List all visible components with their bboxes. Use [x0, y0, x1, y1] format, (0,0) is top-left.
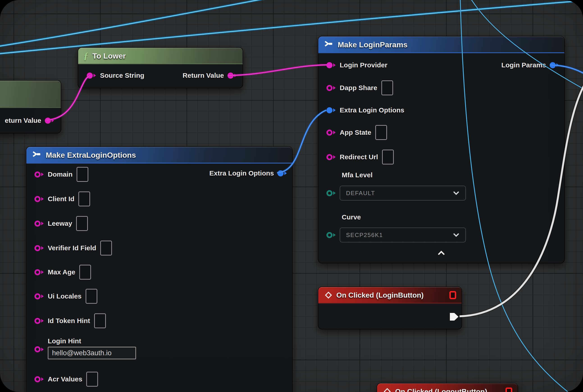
input-pin-mfa-level[interactable] — [326, 190, 336, 196]
input-pin-curve[interactable] — [326, 232, 336, 238]
pin-label-app-state: App State — [340, 129, 371, 136]
input-pin-max-age[interactable] — [34, 269, 44, 275]
login-hint-input[interactable] — [48, 347, 136, 359]
node-title: Make LoginParams — [338, 40, 408, 49]
value-box-redirect-url[interactable] — [382, 150, 394, 164]
value-box-leeway[interactable] — [76, 216, 88, 231]
input-pin-id-token-hint[interactable] — [34, 318, 44, 324]
delegate-pin[interactable] — [450, 291, 456, 299]
value-box-verifier-id-field[interactable] — [100, 240, 112, 256]
input-pin-ui-locales[interactable] — [34, 293, 44, 300]
input-pin-extra-login-options[interactable] — [326, 107, 336, 113]
curve-value: SECP256K1 — [346, 232, 383, 238]
input-pin-leeway[interactable] — [34, 220, 44, 227]
input-pin-client-id[interactable] — [34, 196, 44, 202]
pin-label-acr-values: Acr Values — [48, 375, 82, 383]
exec-output-pin[interactable] — [450, 313, 458, 320]
pin-label-curve: Curve — [342, 213, 361, 221]
chevron-down-icon — [453, 233, 460, 237]
event-diamond-icon — [382, 387, 392, 392]
value-box-app-state[interactable] — [375, 125, 387, 140]
input-pin-app-state[interactable] — [326, 130, 336, 136]
value-box-client-id[interactable] — [78, 192, 90, 206]
pin-label-id-token-hint: Id Token Hint — [48, 317, 90, 325]
node-header: On Clicked (LogoutButton) — [377, 384, 518, 392]
collapse-node-button[interactable] — [437, 250, 446, 257]
node-get-text-partial[interactable]: tion ox (String) eturn Value — [0, 80, 61, 133]
pin-label-domain: Domain — [48, 170, 72, 178]
pin-label-dapp-share: Dapp Share — [340, 84, 377, 92]
chevron-up-icon — [437, 250, 446, 256]
value-box-max-age[interactable] — [79, 265, 91, 280]
pin-label-client-id: Client Id — [48, 195, 74, 203]
value-box-dapp-share[interactable] — [382, 80, 393, 95]
pin-label-return-value: eturn Value — [5, 117, 41, 124]
pin-label-ui-locales: Ui Locales — [48, 292, 82, 300]
make-struct-icon — [32, 150, 42, 160]
mfa-level-dropdown[interactable]: DEFAULT — [340, 186, 466, 200]
pin-label-max-age: Max Age — [48, 268, 75, 276]
make-struct-icon — [324, 40, 334, 49]
input-pin-redirect-url[interactable] — [326, 154, 336, 160]
input-pin-login-provider[interactable] — [326, 62, 336, 68]
input-pin-dapp-share[interactable] — [326, 85, 336, 91]
blueprint-graph-canvas[interactable]: tion ox (String) eturn Value ƒ To Lower … — [0, 0, 583, 392]
value-box-acr-values[interactable] — [86, 372, 98, 386]
node-to-lower[interactable]: ƒ To Lower Source String Return Value — [78, 47, 243, 88]
node-header: ƒ To Lower — [78, 48, 242, 64]
input-pin-acr-values[interactable] — [34, 376, 44, 382]
value-box-domain[interactable] — [76, 167, 88, 182]
node-make-login-params[interactable]: Make LoginParams Login Provider Login Pa… — [318, 36, 565, 263]
node-on-clicked-login-button[interactable]: On Clicked (LoginButton) — [318, 286, 462, 329]
curve-dropdown[interactable]: SECP256K1 — [340, 228, 466, 242]
node-header: Make LoginParams — [318, 36, 564, 53]
node-on-clicked-logout-button[interactable]: On Clicked (LogoutButton) — [377, 383, 518, 392]
node-title: On Clicked (LogoutButton) — [395, 388, 487, 392]
input-pin-verifier-id-field[interactable] — [34, 245, 44, 251]
event-diamond-icon — [324, 290, 333, 300]
node-title: Make ExtraLoginOptions — [46, 151, 136, 160]
input-pin-login-hint[interactable] — [34, 346, 44, 352]
pin-label-source-string: Source String — [100, 72, 144, 79]
node-make-extra-login-options[interactable]: Make ExtraLoginOptions Extra Login Optio… — [26, 146, 293, 392]
pin-label-extra-login-options: Extra Login Options — [340, 106, 404, 114]
pin-label-return-value: Return Value — [183, 72, 224, 79]
node-title: To Lower — [92, 52, 126, 60]
pin-label-login-provider: Login Provider — [340, 61, 388, 69]
node-header: tion ox (String) — [0, 81, 61, 108]
pin-label-redirect-url: Redirect Url — [340, 153, 378, 161]
node-header: Make ExtraLoginOptions — [26, 147, 292, 164]
node-header: On Clicked (LoginButton) — [318, 287, 462, 304]
pin-label-verifier-id-field: Verifier Id Field — [48, 244, 96, 252]
pin-label-login-hint: Login Hint — [48, 337, 136, 345]
mfa-level-value: DEFAULT — [346, 190, 375, 197]
input-pin-domain[interactable] — [34, 172, 44, 178]
function-icon: ƒ — [84, 51, 88, 60]
pin-label-extra-login-options-out: Extra Login Options — [209, 170, 274, 177]
pin-label-leeway: Leeway — [48, 220, 72, 227]
value-box-id-token-hint[interactable] — [94, 313, 106, 328]
pin-label-mfa-level: Mfa Level — [342, 171, 372, 179]
value-box-ui-locales[interactable] — [86, 289, 97, 304]
delegate-pin[interactable] — [506, 388, 512, 392]
chevron-down-icon — [453, 191, 460, 195]
node-title: On Clicked (LoginButton) — [336, 291, 424, 300]
